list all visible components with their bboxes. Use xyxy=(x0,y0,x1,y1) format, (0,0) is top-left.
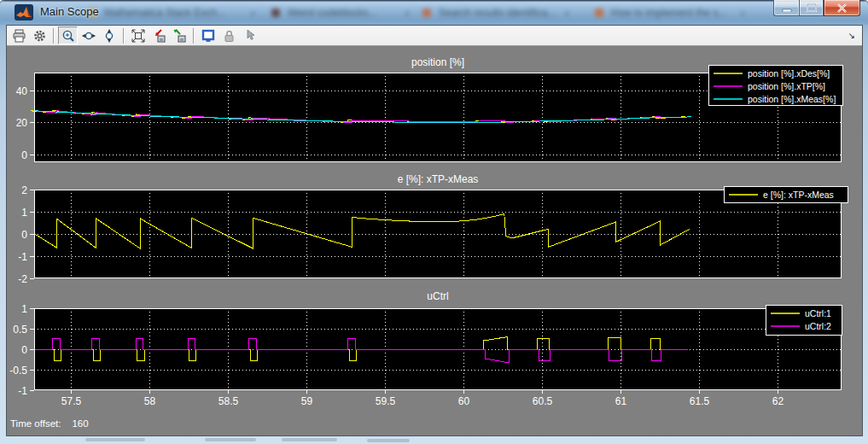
y-tick-label: 1 xyxy=(21,207,27,219)
frame-reflection xyxy=(282,438,337,441)
legend-line-sample xyxy=(714,97,743,101)
time-offset-value: 160 xyxy=(72,418,88,429)
legend-entry: position [%].xDes[%] xyxy=(714,67,842,79)
y-tick-label: -0.5 xyxy=(9,365,27,377)
legend-label: position [%].xMeas[%] xyxy=(748,94,836,104)
scope-window: Mathematica Stack Exch...xWeird codebloc… xyxy=(0,0,868,444)
maximize-icon xyxy=(807,3,817,12)
tab-close-icon: x xyxy=(251,8,256,18)
signal-selection-button[interactable] xyxy=(239,26,259,44)
legend[interactable]: e [%]: xTP-xMeas xyxy=(724,186,848,203)
x-tick-label: 61 xyxy=(615,395,627,407)
background-tab: Weird codeblocks...x xyxy=(271,5,410,20)
legend[interactable]: position [%].xDes[%]position [%].xTP[%]p… xyxy=(708,65,843,106)
titlebar[interactable]: Mathematica Stack Exch...xWeird codebloc… xyxy=(0,0,868,25)
minimize-icon xyxy=(782,4,792,12)
legend[interactable]: uCtrl:1uCtrl:2 xyxy=(766,305,842,336)
maximize-button[interactable] xyxy=(799,0,824,16)
legend-line-sample xyxy=(771,312,800,315)
y-tick-label: 0 xyxy=(21,344,27,356)
tab-close-icon: x xyxy=(565,8,570,18)
background-browser-tabs: Mathematica Stack Exch...xWeird codebloc… xyxy=(0,2,777,22)
y-tick-label: -2 xyxy=(18,273,27,285)
toolbar-separator xyxy=(53,28,55,44)
legend-entry: e [%]: xTP-xMeas xyxy=(729,188,848,201)
legend-label: position [%].xDes[%] xyxy=(748,68,830,79)
x-tick-label: 60 xyxy=(458,395,470,407)
x-tick-label: 59.5 xyxy=(376,395,396,407)
window-inner-frame: ↘ 40200position [%]210-1-2e [%]: xTP-xMe… xyxy=(6,25,863,436)
y-tick-label: 0 xyxy=(21,229,27,241)
floating-scope-button[interactable] xyxy=(198,26,218,44)
restore-axes-button[interactable] xyxy=(169,26,189,44)
x-tick-label: 62 xyxy=(772,395,784,407)
x-tick-label: 61.5 xyxy=(690,395,710,407)
zoom-button[interactable] xyxy=(58,26,78,44)
lock-axes-button[interactable] xyxy=(218,26,238,44)
zoom-x-button[interactable] xyxy=(79,26,98,44)
tab-favicon xyxy=(271,9,280,17)
frame-reflection xyxy=(85,438,145,441)
frame-reflection xyxy=(205,438,256,441)
close-button[interactable] xyxy=(824,0,860,16)
x-tick-label: 58.5 xyxy=(218,395,239,407)
toolbar-overflow-icon[interactable]: ↘ xyxy=(848,31,855,40)
save-axes-icon xyxy=(152,29,166,43)
parameters-icon xyxy=(32,29,46,43)
y-tick-label: 0 xyxy=(21,149,27,161)
tab-label: Mathematica Stack Exch... xyxy=(104,7,225,19)
autoscale-button[interactable] xyxy=(128,26,148,44)
x-tick-label: 60.5 xyxy=(533,395,553,407)
status-bar: Time offset: 160 xyxy=(10,418,89,429)
restore-axes-icon xyxy=(172,29,186,43)
toolbar-separator xyxy=(193,28,195,44)
tab-favicon xyxy=(422,9,431,17)
tab-label: How to implement the s... xyxy=(611,7,726,19)
tab-close-icon: x xyxy=(405,8,411,18)
zoom-x-icon xyxy=(82,29,96,43)
plot-title: uCtrl xyxy=(427,290,448,302)
legend-entry: uCtrl:1 xyxy=(771,307,842,319)
legend-entry: position [%].xTP[%] xyxy=(714,79,842,92)
plot-title: e [%]: xTP-xMeas xyxy=(398,173,479,185)
toolbar xyxy=(7,26,862,46)
legend-label: e [%]: xTP-xMeas xyxy=(763,190,834,200)
background-tab: Search results identifica...x xyxy=(422,5,569,20)
plot-title: position [%] xyxy=(411,56,464,68)
floating-scope-icon xyxy=(201,29,215,43)
y-tick-label: 40 xyxy=(16,85,28,97)
background-tab: How to implement the s...x xyxy=(595,5,745,20)
minimize-button[interactable] xyxy=(773,0,799,16)
print-button[interactable] xyxy=(9,26,28,44)
y-tick-label: 1 xyxy=(21,303,27,315)
y-tick-label: 2 xyxy=(21,184,27,196)
zoom-y-icon xyxy=(102,29,116,43)
zoom-y-button[interactable] xyxy=(99,26,119,44)
y-tick-label: -1 xyxy=(18,251,27,263)
y-tick-label: -1 xyxy=(18,385,27,397)
legend-line-sample xyxy=(729,193,758,196)
x-tick-label: 58 xyxy=(144,395,156,407)
background-tab: Mathematica Stack Exch...x xyxy=(88,5,255,20)
tab-label: Search results identifica... xyxy=(439,7,556,19)
legend-line-sample xyxy=(714,72,743,75)
parameters-button[interactable] xyxy=(29,26,49,44)
print-icon xyxy=(12,29,26,43)
tab-label: Weird codeblocks... xyxy=(288,7,377,19)
signal-selection-icon xyxy=(242,29,256,43)
time-offset-label: Time offset: xyxy=(10,418,61,429)
legend-label: uCtrl:1 xyxy=(805,308,831,318)
y-tick-label: 0.5 xyxy=(13,324,27,336)
tab-close-icon: x xyxy=(741,8,746,18)
scope-plot-area: 40200position [%]210-1-2e [%]: xTP-xMeas… xyxy=(7,46,862,435)
save-axes-button[interactable] xyxy=(149,26,168,44)
legend-line-sample xyxy=(714,85,743,88)
legend-label: uCtrl:2 xyxy=(805,321,831,331)
legend-entry: position [%].xMeas[%] xyxy=(714,92,842,105)
matlab-logo-icon xyxy=(15,4,33,20)
toolbar-separator xyxy=(123,28,125,44)
close-icon xyxy=(836,3,848,13)
frame-reflection xyxy=(367,439,410,442)
window-title: Main Scope xyxy=(40,5,99,18)
lock-axes-icon xyxy=(222,29,236,43)
